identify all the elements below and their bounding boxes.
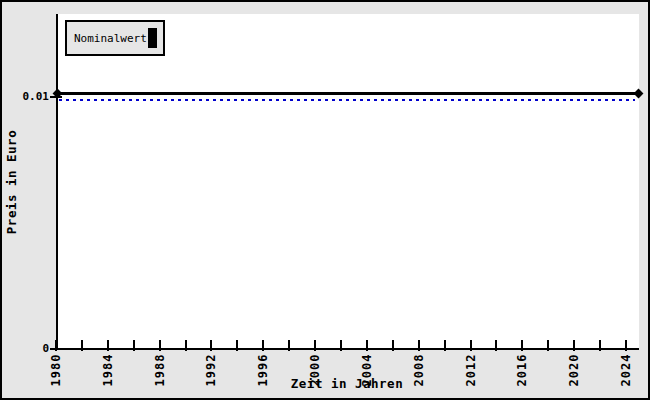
x-tick-label: 2024 bbox=[620, 354, 633, 392]
legend-box: Nominalwert bbox=[65, 20, 165, 56]
x-tick bbox=[573, 340, 575, 351]
x-tick-label: 2016 bbox=[516, 354, 529, 392]
x-tick bbox=[185, 340, 187, 351]
x-tick bbox=[392, 340, 394, 351]
x-tick bbox=[495, 340, 497, 351]
y-tick-label: 0.01 bbox=[18, 91, 49, 103]
x-tick bbox=[236, 340, 238, 351]
x-tick bbox=[81, 340, 83, 351]
nominal-line bbox=[57, 92, 638, 95]
chart-frame: 1980198419881992199620002004200820122016… bbox=[0, 0, 650, 400]
x-tick-label: 2012 bbox=[464, 354, 477, 392]
x-tick-label: 1988 bbox=[153, 354, 166, 392]
x-tick bbox=[521, 340, 523, 351]
x-tick bbox=[159, 340, 161, 351]
x-tick bbox=[262, 340, 264, 351]
x-tick bbox=[107, 340, 109, 351]
x-tick bbox=[418, 340, 420, 351]
x-tick-label: 1980 bbox=[50, 354, 63, 392]
x-tick bbox=[625, 340, 627, 351]
x-tick bbox=[547, 340, 549, 351]
x-tick bbox=[444, 340, 446, 351]
x-tick bbox=[470, 340, 472, 351]
x-tick-label: 1984 bbox=[101, 354, 114, 392]
plot-area bbox=[56, 14, 639, 348]
y-tick-label: 0 bbox=[18, 343, 49, 355]
x-tick-label: 1992 bbox=[205, 354, 218, 392]
x-tick bbox=[340, 340, 342, 351]
x-axis-line bbox=[56, 348, 639, 350]
x-tick bbox=[366, 340, 368, 351]
reference-dotted-line bbox=[59, 99, 635, 101]
x-axis-title: Zeit in Jahren bbox=[247, 376, 447, 391]
legend-line-swatch bbox=[148, 28, 157, 48]
x-tick bbox=[599, 340, 601, 351]
x-tick-label: 2020 bbox=[568, 354, 581, 392]
y-tick bbox=[50, 348, 62, 350]
x-tick bbox=[314, 340, 316, 351]
x-tick bbox=[210, 340, 212, 351]
y-axis-line bbox=[56, 14, 58, 350]
legend-label: Nominalwert bbox=[74, 32, 147, 45]
x-tick bbox=[133, 340, 135, 351]
y-axis-title: Preis in Euro bbox=[5, 122, 19, 242]
x-tick bbox=[288, 340, 290, 351]
